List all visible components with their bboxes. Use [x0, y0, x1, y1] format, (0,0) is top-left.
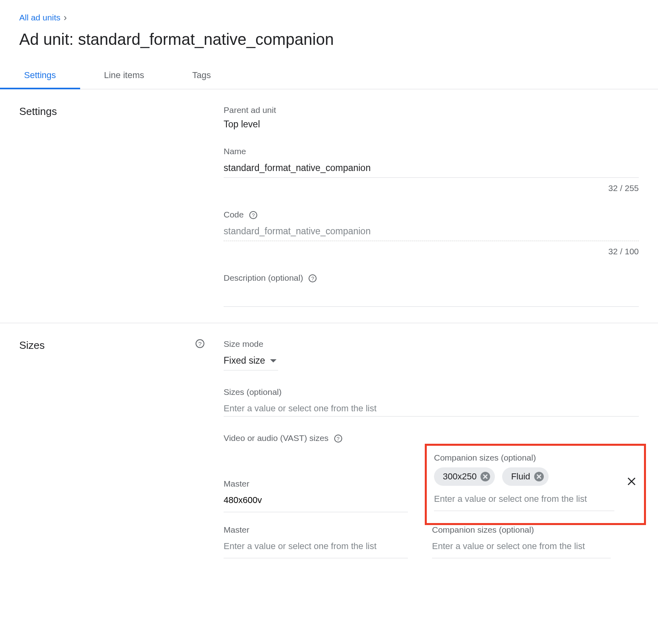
vast-label: Video or audio (VAST) sizes ? — [224, 433, 639, 443]
size-mode-label: Size mode — [224, 339, 639, 349]
help-icon[interactable]: ? — [309, 274, 317, 282]
chip-label: 300x250 — [443, 471, 476, 482]
help-icon[interactable]: ? — [334, 435, 342, 443]
master-input-2[interactable] — [224, 539, 408, 554]
companion-input-2[interactable] — [432, 539, 611, 554]
description-input[interactable] — [224, 288, 639, 307]
size-chip: 300x250 — [434, 467, 495, 486]
size-mode-dropdown[interactable]: Fixed size — [224, 353, 278, 370]
size-chip: Fluid — [502, 467, 549, 486]
sizes-section: Sizes ? Size mode Fixed size Sizes (opti… — [0, 323, 658, 587]
sizes-input[interactable] — [224, 401, 639, 416]
master-label: Master — [224, 479, 408, 489]
breadcrumb-link[interactable]: All ad units — [19, 13, 61, 22]
tabs: Settings Line items Tags — [0, 62, 658, 89]
close-icon[interactable] — [480, 472, 490, 481]
chip-label: Fluid — [511, 471, 530, 482]
tab-tags[interactable]: Tags — [168, 63, 235, 89]
chevron-right-icon: › — [64, 12, 67, 23]
companion-label: Companion sizes (optional) — [432, 525, 611, 535]
name-char-count: 32 / 255 — [224, 183, 639, 193]
master-input[interactable] — [224, 493, 408, 508]
companion-label: Companion sizes (optional) — [434, 453, 614, 463]
help-icon[interactable]: ? — [196, 339, 204, 348]
help-icon[interactable]: ? — [249, 211, 257, 219]
settings-section: Settings Parent ad unit Top level Name 3… — [0, 89, 658, 323]
code-label: Code ? — [224, 210, 639, 219]
tab-line-items[interactable]: Line items — [80, 63, 168, 89]
master-label: Master — [224, 525, 408, 535]
tab-settings[interactable]: Settings — [0, 63, 80, 89]
size-mode-value: Fixed size — [224, 355, 265, 366]
close-icon[interactable] — [534, 472, 544, 481]
remove-row-button[interactable] — [626, 476, 637, 489]
sizes-label: Sizes (optional) — [224, 387, 639, 397]
code-char-count: 32 / 100 — [224, 247, 639, 256]
description-label: Description (optional) ? — [224, 273, 639, 283]
code-input — [224, 223, 639, 241]
companion-input[interactable] — [434, 491, 614, 507]
sizes-heading: Sizes — [19, 339, 45, 352]
settings-heading: Settings — [19, 105, 57, 118]
name-input[interactable] — [224, 160, 639, 178]
name-label: Name — [224, 147, 639, 156]
companion-highlight: Companion sizes (optional) 300x250 — [425, 444, 646, 525]
breadcrumb: All ad units › — [19, 12, 639, 23]
page-title: Ad unit: standard_format_native_companio… — [19, 30, 639, 48]
parent-value: Top level — [224, 119, 639, 130]
parent-label: Parent ad unit — [224, 105, 639, 115]
chevron-down-icon — [270, 359, 277, 362]
